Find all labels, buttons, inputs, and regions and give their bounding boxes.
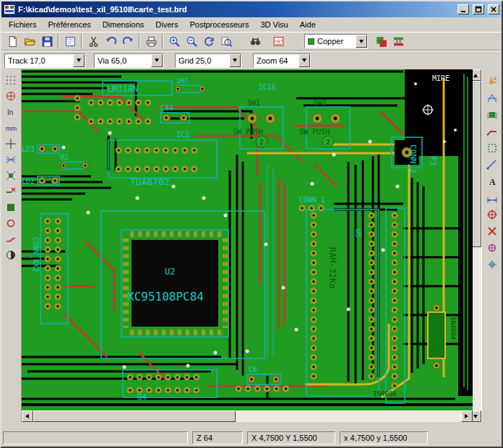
pad-number-2: 2 bbox=[326, 139, 330, 146]
scroll-right-button[interactable] bbox=[461, 410, 473, 422]
status-absolute-position: X 4,7500 Y 1,5500 bbox=[247, 431, 335, 444]
contrast-icon bbox=[5, 249, 17, 261]
close-icon bbox=[490, 6, 497, 13]
layer-color-swatch bbox=[308, 38, 314, 45]
pads-sketch-button[interactable] bbox=[3, 215, 20, 231]
toolbar-separator bbox=[58, 34, 59, 48]
canvas-area: MIRE LM318N 1R7 C44 IC2 TDA8702 LD3 LD2 … bbox=[22, 69, 470, 422]
via-size-arrow[interactable] bbox=[151, 54, 163, 67]
page-settings-button[interactable] bbox=[61, 33, 79, 49]
track-display-mode-button[interactable] bbox=[372, 33, 390, 49]
zoom-arrow[interactable] bbox=[298, 54, 310, 67]
minimize-button[interactable] bbox=[457, 4, 469, 14]
save-board-button[interactable] bbox=[38, 33, 56, 49]
display-grid-button[interactable] bbox=[3, 72, 20, 87]
close-button[interactable] bbox=[488, 4, 499, 14]
zoom-value: Zoom 64 bbox=[257, 56, 296, 65]
scissors-icon bbox=[87, 35, 100, 48]
menu-dimensions[interactable]: Dimensions bbox=[97, 18, 150, 31]
zoom-in-button[interactable] bbox=[165, 33, 183, 49]
grid-size-select[interactable]: Grid 25,0 bbox=[175, 53, 241, 68]
menu-fichiers[interactable]: Fichiers bbox=[3, 18, 43, 31]
units-mm-button[interactable]: mm bbox=[3, 120, 20, 135]
zoom-select[interactable]: Zoom 64 bbox=[253, 53, 311, 68]
cursor-shape-button[interactable] bbox=[3, 136, 20, 151]
menu-aide[interactable]: Aide bbox=[294, 18, 322, 31]
pcbnew-window: F:\kicad\demos\test_xil_95108\carte_test… bbox=[0, 0, 503, 448]
zones-icon bbox=[5, 202, 17, 213]
swap-layers-icon bbox=[392, 35, 405, 48]
add-text-button[interactable]: A bbox=[483, 173, 500, 189]
grid-icon bbox=[5, 74, 17, 86]
track-outline-icon bbox=[5, 233, 17, 245]
via-size-select[interactable]: Via 65,0 bbox=[94, 53, 163, 68]
auto-delete-track-button[interactable] bbox=[3, 184, 20, 199]
read-netlist-button[interactable]: NET bbox=[270, 33, 287, 49]
new-file-icon bbox=[7, 35, 19, 48]
delete-items-button[interactable] bbox=[483, 223, 500, 238]
swap-layers-button[interactable] bbox=[390, 33, 407, 49]
find-button[interactable] bbox=[246, 33, 264, 49]
label-c6: C6 bbox=[249, 366, 257, 374]
scroll-track[interactable] bbox=[236, 410, 461, 422]
save-floppy-icon bbox=[41, 35, 53, 48]
add-dimension-button[interactable] bbox=[483, 190, 500, 205]
tracks-sketch-button[interactable] bbox=[3, 231, 20, 246]
pcb-canvas[interactable]: MIRE LM318N 1R7 C44 IC2 TDA8702 LD3 LD2 … bbox=[22, 69, 473, 410]
add-text-icon: A bbox=[486, 176, 498, 187]
display-polar-button[interactable] bbox=[3, 88, 20, 103]
add-target-button[interactable] bbox=[483, 207, 500, 222]
main-toolbar: NET Copper bbox=[1, 32, 502, 51]
menu-divers[interactable]: Divers bbox=[150, 18, 184, 31]
highlight-net-button[interactable] bbox=[483, 74, 500, 89]
menu-3d-visu[interactable]: 3D Visu bbox=[254, 18, 293, 31]
display-zones-button[interactable] bbox=[3, 199, 20, 215]
label-tda8702: TDA8702 bbox=[130, 176, 170, 187]
module-ratsnest-button[interactable] bbox=[3, 168, 20, 183]
toolbar-separator bbox=[81, 34, 82, 48]
high-contrast-button[interactable] bbox=[3, 247, 20, 262]
undo-button[interactable] bbox=[102, 33, 119, 49]
chevron-down-icon bbox=[302, 59, 306, 62]
track-width-select[interactable]: Track 17,0 bbox=[4, 53, 85, 68]
label-ic16: IC16 bbox=[259, 83, 276, 91]
cut-button[interactable] bbox=[85, 33, 102, 49]
grid-origin-button[interactable] bbox=[483, 257, 500, 272]
open-board-button[interactable] bbox=[21, 33, 38, 49]
add-graphic-line-button[interactable] bbox=[483, 157, 500, 172]
layer-select-arrow[interactable] bbox=[356, 35, 367, 48]
redo-button[interactable] bbox=[119, 33, 137, 49]
add-track-button[interactable] bbox=[483, 124, 500, 139]
zoom-out-button[interactable] bbox=[183, 33, 200, 49]
add-zone-button[interactable] bbox=[483, 140, 500, 155]
grid-size-arrow[interactable] bbox=[229, 54, 241, 67]
polar-coords-icon bbox=[5, 90, 17, 102]
add-module-button[interactable] bbox=[483, 107, 500, 122]
title-bar[interactable]: F:\kicad\demos\test_xil_95108\carte_test… bbox=[1, 1, 502, 17]
maximize-icon bbox=[475, 6, 482, 13]
menu-preferences[interactable]: Préférences bbox=[43, 18, 97, 31]
app-icon bbox=[4, 4, 15, 15]
new-board-button[interactable] bbox=[4, 33, 21, 49]
ratsnest-icon bbox=[5, 154, 17, 165]
layer-select[interactable]: Copper bbox=[304, 34, 368, 48]
units-inch-button[interactable]: In bbox=[3, 104, 20, 119]
print-button[interactable] bbox=[142, 33, 160, 49]
track-autodelete-icon bbox=[5, 186, 17, 197]
horizontal-scroll-thumb[interactable] bbox=[33, 410, 236, 422]
track-width-arrow[interactable] bbox=[73, 54, 85, 67]
general-ratsnest-button[interactable] bbox=[3, 152, 20, 167]
status-relative-position: x 4,7500 y 1,5500 bbox=[340, 431, 428, 444]
netlist-icon: NET bbox=[272, 35, 285, 48]
horizontal-scrollbar[interactable] bbox=[22, 410, 473, 422]
svg-text:mm: mm bbox=[6, 125, 17, 132]
redraw-button[interactable] bbox=[200, 33, 218, 49]
binoculars-icon bbox=[249, 35, 262, 48]
scroll-left-button[interactable] bbox=[22, 410, 33, 422]
zoom-fit-button[interactable] bbox=[218, 33, 235, 49]
place-offset-button[interactable] bbox=[483, 240, 500, 255]
maximize-button[interactable] bbox=[473, 4, 484, 14]
menu-postprocesseurs[interactable]: Postprocesseurs bbox=[184, 18, 254, 31]
label-ram32ko: RAM-32Ko bbox=[327, 247, 338, 289]
local-ratsnest-button[interactable] bbox=[483, 90, 500, 105]
